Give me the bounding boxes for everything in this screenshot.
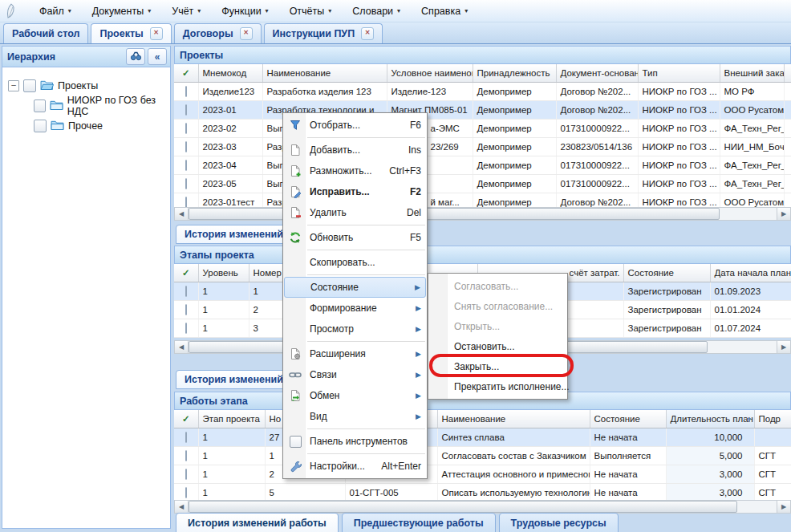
tab-labor-resources[interactable]: Трудовые ресурсы bbox=[499, 513, 619, 532]
tree-item-other[interactable]: Прочее bbox=[2, 116, 170, 136]
column-header[interactable]: Дата начала план bbox=[710, 264, 791, 282]
tab-project-history[interactable]: История изменений п bbox=[176, 225, 296, 244]
tab-stage-history[interactable]: История изменений э bbox=[176, 370, 296, 389]
row-checkbox[interactable] bbox=[185, 141, 187, 152]
column-header[interactable]: Документ-основан bbox=[556, 64, 638, 83]
column-header[interactable]: Состояние bbox=[590, 410, 666, 428]
menu-item-refresh[interactable]: ОбновитьF5 bbox=[284, 227, 426, 248]
menu-item-extensions[interactable]: Расширения▶ bbox=[284, 343, 426, 364]
works-hscrollbar[interactable]: ◀ ▶ bbox=[174, 500, 791, 514]
column-header[interactable]: Наименование bbox=[262, 64, 387, 83]
scroll-left-icon[interactable]: ◀ bbox=[175, 341, 189, 353]
table-row[interactable]: 2023-04ВыпДемопример017310000922...НИОКР… bbox=[174, 156, 791, 175]
collapse-panel-button[interactable]: « bbox=[148, 48, 167, 65]
table-row[interactable]: 2023-02Выпа-ЭМСДемопример017310000922...… bbox=[174, 120, 791, 138]
submenu-item-terminate[interactable]: Прекратить исполнение... bbox=[428, 376, 567, 396]
table-row[interactable]: 2023-01Разработка технологии иМагнит ПМ0… bbox=[174, 101, 791, 120]
tab-predecessor-works[interactable]: Предшествующие работы bbox=[342, 513, 496, 532]
menu-item-delete[interactable]: УдалитьDel bbox=[284, 202, 426, 223]
menu-item-add[interactable]: Добавить...Ins bbox=[284, 140, 426, 160]
menu-item-edit[interactable]: Исправить...F2 bbox=[284, 181, 426, 202]
table-row[interactable]: 12Аттестация основного и примесног...Не … bbox=[174, 465, 791, 484]
table-row[interactable]: Изделие123Разработка изделия 123Изделие-… bbox=[174, 83, 791, 101]
tab-close-icon[interactable]: ✕ bbox=[240, 27, 253, 40]
tree-item-niokr-goz[interactable]: НИОКР по ГОЗ без НДС bbox=[2, 95, 170, 116]
expand-toggle[interactable]: – bbox=[8, 80, 19, 91]
menubar-item-help[interactable]: Справка▾ bbox=[411, 3, 478, 19]
menubar-item-functions[interactable]: Функции▾ bbox=[211, 3, 278, 19]
tab-pup-instructions[interactable]: Инструкции ПУП✕ bbox=[264, 23, 383, 43]
row-checkbox[interactable] bbox=[185, 432, 187, 443]
menubar-item-documents[interactable]: Документы▾ bbox=[82, 3, 161, 19]
column-header[interactable]: Состояние bbox=[623, 264, 710, 282]
scroll-right-icon[interactable]: ▶ bbox=[777, 341, 790, 353]
scroll-track[interactable] bbox=[189, 501, 777, 513]
scroll-track[interactable] bbox=[189, 208, 777, 220]
row-checkbox[interactable] bbox=[185, 487, 187, 498]
menu-item-formation[interactable]: Формирование▶ bbox=[284, 298, 426, 319]
menu-item-duplicate[interactable]: Размножить...Ctrl+F3 bbox=[284, 160, 426, 181]
row-checkbox[interactable] bbox=[185, 304, 187, 315]
tab-contracts[interactable]: Договоры✕ bbox=[174, 23, 262, 43]
checkbox-unchecked-icon[interactable] bbox=[290, 436, 302, 448]
column-header[interactable]: Мнемокод bbox=[198, 64, 262, 83]
tab-work-history[interactable]: История изменений работы bbox=[176, 513, 339, 532]
table-row[interactable]: 2023-05ВыпДемопример017310000922...НИОКР… bbox=[174, 175, 791, 193]
row-checkbox[interactable] bbox=[185, 123, 187, 134]
row-checkbox[interactable] bbox=[185, 286, 187, 297]
scroll-left-icon[interactable]: ◀ bbox=[175, 501, 189, 513]
menu-item-copy[interactable]: Скопировать... bbox=[284, 252, 426, 273]
column-header[interactable]: Этап проекта bbox=[198, 410, 265, 428]
row-checkbox[interactable] bbox=[185, 104, 187, 116]
tab-projects[interactable]: Проекты✕ bbox=[91, 23, 171, 43]
scroll-thumb[interactable] bbox=[189, 208, 720, 220]
menu-item-links[interactable]: Связи▶ bbox=[284, 364, 426, 385]
menu-item-preview[interactable]: Просмотр▶ bbox=[284, 319, 426, 339]
tree-item-projects-root[interactable]: –Проекты bbox=[2, 75, 170, 95]
tree-checkbox[interactable] bbox=[34, 99, 46, 112]
table-row[interactable]: 2023-03Разр23/269Демопример230823/0514/1… bbox=[174, 138, 791, 156]
row-checkbox[interactable] bbox=[185, 86, 187, 97]
column-header[interactable]: Подр bbox=[754, 410, 791, 428]
scroll-left-icon[interactable]: ◀ bbox=[175, 208, 189, 220]
scroll-thumb[interactable] bbox=[189, 501, 737, 513]
table-row[interactable]: 127Синтез сплаваНе начата10,000 bbox=[174, 428, 791, 447]
menubar-item-dictionaries[interactable]: Словари▾ bbox=[342, 3, 411, 19]
column-header[interactable] bbox=[784, 64, 791, 83]
column-header[interactable]: Условное наименова bbox=[387, 64, 473, 83]
column-header[interactable]: Внешний заказчик bbox=[720, 64, 784, 83]
row-checkbox[interactable] bbox=[185, 469, 187, 480]
tree-checkbox[interactable] bbox=[23, 79, 36, 92]
column-header[interactable]: Тип bbox=[638, 64, 720, 83]
submenu-item-open[interactable]: Открыть... bbox=[428, 316, 567, 336]
menu-item-state[interactable]: Состояние▶ bbox=[284, 277, 426, 298]
column-header[interactable]: ✓ bbox=[174, 410, 198, 428]
tab-close-icon[interactable]: ✕ bbox=[361, 27, 374, 40]
menubar-item-reports[interactable]: Отчёты▾ bbox=[279, 3, 343, 19]
scroll-right-icon[interactable]: ▶ bbox=[777, 208, 790, 220]
row-checkbox[interactable] bbox=[185, 450, 187, 461]
column-header[interactable]: Принадлежность bbox=[473, 64, 556, 83]
row-checkbox[interactable] bbox=[185, 323, 187, 334]
menu-item-exchange[interactable]: Обмен▶ bbox=[284, 385, 426, 406]
menu-item-settings[interactable]: Настройки...Alt+Enter bbox=[284, 456, 426, 477]
submenu-item-approve[interactable]: Согласовать... bbox=[428, 276, 567, 296]
column-header[interactable]: Уровень bbox=[198, 264, 249, 282]
menubar-item-file[interactable]: Файл▾ bbox=[29, 3, 82, 19]
row-checkbox[interactable] bbox=[185, 160, 187, 171]
table-row[interactable]: 11Согласовать состав с ЗаказчикомВыполня… bbox=[174, 447, 791, 465]
tab-close-icon[interactable]: ✕ bbox=[150, 27, 163, 40]
scroll-right-icon[interactable]: ▶ bbox=[777, 501, 790, 513]
column-header[interactable]: Наименование bbox=[437, 410, 590, 428]
menu-item-filter[interactable]: Отобрать...F6 bbox=[284, 115, 426, 136]
tab-desktop[interactable]: Рабочий стол bbox=[3, 23, 88, 43]
menubar-item-accounting[interactable]: Учёт▾ bbox=[161, 3, 211, 19]
submenu-item-unapprove[interactable]: Снять согласование... bbox=[428, 296, 567, 316]
tree-checkbox[interactable] bbox=[34, 120, 47, 132]
projects-hscrollbar[interactable]: ◀ ▶ bbox=[174, 207, 791, 221]
row-checkbox[interactable] bbox=[185, 178, 187, 189]
menu-item-toolbar-toggle[interactable]: Панель инструментов bbox=[284, 431, 426, 452]
column-header[interactable]: ✓ bbox=[174, 264, 198, 282]
column-header[interactable]: Длительность план▼ bbox=[666, 410, 754, 428]
column-header[interactable]: ✓ bbox=[174, 64, 198, 83]
